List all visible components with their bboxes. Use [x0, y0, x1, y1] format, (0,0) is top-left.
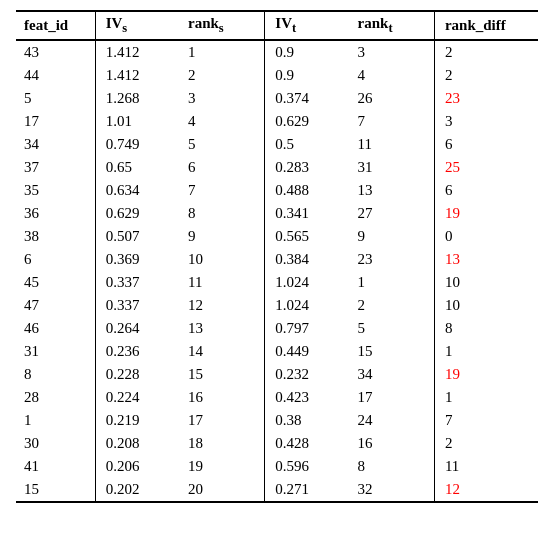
table-cell: 0.423	[265, 386, 350, 409]
table-cell: 16	[350, 432, 435, 455]
table-cell: 12	[434, 478, 538, 502]
table-cell: 2	[180, 64, 265, 87]
table-cell: 27	[350, 202, 435, 225]
table-cell: 3	[180, 87, 265, 110]
table-cell: 10	[434, 294, 538, 317]
header-iv-s: IVs	[95, 11, 180, 40]
table-cell: 0.449	[265, 340, 350, 363]
table-cell: 23	[434, 87, 538, 110]
table-row: 51.26830.3742623	[16, 87, 538, 110]
table-row: 431.41210.932	[16, 40, 538, 64]
table-cell: 24	[350, 409, 435, 432]
table-row: 450.337111.024110	[16, 271, 538, 294]
table-cell: 17	[180, 409, 265, 432]
table-row: 80.228150.2323419	[16, 363, 538, 386]
table-cell: 46	[16, 317, 95, 340]
table-cell: 14	[180, 340, 265, 363]
table-cell: 0.797	[265, 317, 350, 340]
table-cell: 6	[16, 248, 95, 271]
table-cell: 2	[434, 432, 538, 455]
table-cell: 17	[350, 386, 435, 409]
table-cell: 5	[16, 87, 95, 110]
table-cell: 26	[350, 87, 435, 110]
table-cell: 0.264	[95, 317, 180, 340]
header-feat-id: feat_id	[16, 11, 95, 40]
header-rank-s: ranks	[180, 11, 265, 40]
header-row: feat_id IVs ranks IVt rankt rank_diff	[16, 11, 538, 40]
table-cell: 17	[16, 110, 95, 133]
table-cell: 4	[180, 110, 265, 133]
table-cell: 0.374	[265, 87, 350, 110]
table-cell: 41	[16, 455, 95, 478]
table-cell: 1.01	[95, 110, 180, 133]
table-cell: 15	[180, 363, 265, 386]
table-cell: 0.271	[265, 478, 350, 502]
table-cell: 44	[16, 64, 95, 87]
table-cell: 13	[434, 248, 538, 271]
table-cell: 45	[16, 271, 95, 294]
table-row: 310.236140.449151	[16, 340, 538, 363]
table-cell: 0.749	[95, 133, 180, 156]
table-cell: 0.228	[95, 363, 180, 386]
table-cell: 18	[180, 432, 265, 455]
table-cell: 0.5	[265, 133, 350, 156]
table-cell: 35	[16, 179, 95, 202]
table-cell: 23	[350, 248, 435, 271]
table-cell: 0.629	[95, 202, 180, 225]
table-cell: 1.412	[95, 40, 180, 64]
table-cell: 25	[434, 156, 538, 179]
table-cell: 0.565	[265, 225, 350, 248]
table-cell: 0	[434, 225, 538, 248]
table-cell: 13	[180, 317, 265, 340]
table-cell: 8	[180, 202, 265, 225]
table-cell: 47	[16, 294, 95, 317]
table-cell: 1	[434, 386, 538, 409]
table-cell: 8	[16, 363, 95, 386]
table-cell: 19	[434, 202, 538, 225]
table-row: 280.224160.423171	[16, 386, 538, 409]
table-cell: 10	[180, 248, 265, 271]
table-cell: 16	[180, 386, 265, 409]
table-cell: 15	[350, 340, 435, 363]
table-row: 470.337121.024210	[16, 294, 538, 317]
table-cell: 0.202	[95, 478, 180, 502]
table-cell: 11	[350, 133, 435, 156]
table-cell: 0.208	[95, 432, 180, 455]
table-row: 380.50790.56590	[16, 225, 538, 248]
table-cell: 0.629	[265, 110, 350, 133]
table-cell: 15	[16, 478, 95, 502]
header-rank-t: rankt	[350, 11, 435, 40]
table-row: 300.208180.428162	[16, 432, 538, 455]
table-cell: 7	[180, 179, 265, 202]
table-cell: 0.341	[265, 202, 350, 225]
header-rank-diff: rank_diff	[434, 11, 538, 40]
table-cell: 19	[180, 455, 265, 478]
table-cell: 8	[434, 317, 538, 340]
table-cell: 0.65	[95, 156, 180, 179]
table-cell: 19	[434, 363, 538, 386]
table-cell: 1	[16, 409, 95, 432]
table-row: 10.219170.38247	[16, 409, 538, 432]
table-cell: 8	[350, 455, 435, 478]
table-cell: 28	[16, 386, 95, 409]
table-cell: 0.232	[265, 363, 350, 386]
table-cell: 0.224	[95, 386, 180, 409]
table-row: 460.264130.79758	[16, 317, 538, 340]
table-cell: 0.9	[265, 64, 350, 87]
table-cell: 2	[434, 64, 538, 87]
table-cell: 1.412	[95, 64, 180, 87]
table-cell: 9	[180, 225, 265, 248]
table-cell: 5	[180, 133, 265, 156]
table-cell: 34	[350, 363, 435, 386]
table-row: 441.41220.942	[16, 64, 538, 87]
table-cell: 1.024	[265, 271, 350, 294]
table-cell: 34	[16, 133, 95, 156]
table-cell: 9	[350, 225, 435, 248]
table-cell: 0.428	[265, 432, 350, 455]
table-cell: 0.206	[95, 455, 180, 478]
table-cell: 0.488	[265, 179, 350, 202]
table-cell: 0.283	[265, 156, 350, 179]
table-cell: 31	[350, 156, 435, 179]
table-cell: 1.268	[95, 87, 180, 110]
table-row: 340.74950.5116	[16, 133, 538, 156]
